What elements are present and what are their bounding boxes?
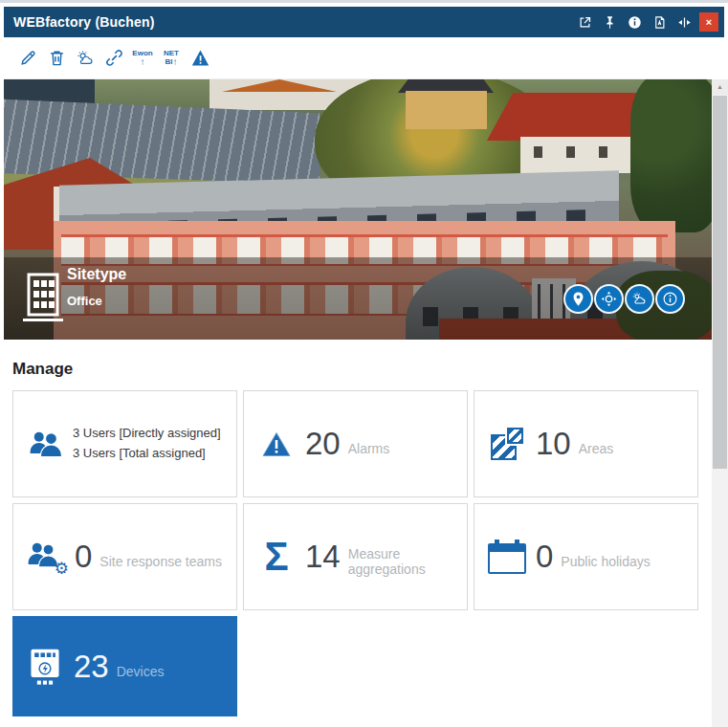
scrollbar-thumb[interactable] xyxy=(713,96,727,469)
info-icon[interactable] xyxy=(625,12,644,32)
users-icon xyxy=(25,430,67,458)
open-external-icon[interactable] xyxy=(575,12,594,32)
pin-icon[interactable] xyxy=(600,12,619,32)
measure-aggregations-count: 14 xyxy=(305,539,341,575)
location-button[interactable] xyxy=(563,284,593,314)
scroll-up-arrow-icon[interactable]: ▲ xyxy=(712,79,728,95)
link-button[interactable] xyxy=(99,42,128,75)
info-button-overlay[interactable] xyxy=(655,284,685,314)
close-button[interactable]: × xyxy=(699,12,718,32)
site-response-teams-icon: ⚙ xyxy=(25,540,67,573)
manage-card-grid: 3 Users [Directly assigned] 3 Users [Tot… xyxy=(12,390,708,716)
vertical-scrollbar[interactable]: ▲ xyxy=(712,79,728,727)
devices-icon xyxy=(24,647,66,687)
alarms-card[interactable]: 20 Alarms xyxy=(243,390,468,497)
site-response-teams-card[interactable]: ⚙ 0 Site response teams xyxy=(12,503,237,610)
measure-aggregations-label: Measure aggregations xyxy=(348,546,467,577)
measure-aggregations-card[interactable]: Σ 14 Measure aggregations xyxy=(243,503,468,610)
target-button[interactable] xyxy=(594,284,624,314)
gear-icon: ⚙ xyxy=(55,561,69,577)
areas-count: 10 xyxy=(536,426,571,462)
alarm-icon xyxy=(255,431,298,457)
site-photo-image: Sitetype Office xyxy=(4,79,712,340)
devices-label: Devices xyxy=(117,664,165,679)
public-holidays-label: Public holidays xyxy=(561,554,650,569)
sitetype-value: Office xyxy=(67,294,102,308)
building-icon xyxy=(21,273,67,326)
edit-button[interactable] xyxy=(13,42,42,75)
delete-button[interactable] xyxy=(42,42,71,75)
manage-section: Manage 3 Users [Directly assigned] 3 Use… xyxy=(4,340,708,727)
toolbar: Ewon ↑ NET BI↑ xyxy=(4,37,708,79)
sigma-icon: Σ xyxy=(255,537,298,577)
users-total-assigned: 3 Users [Total assigned] xyxy=(73,444,221,464)
photo-house xyxy=(520,137,635,173)
users-card[interactable]: 3 Users [Directly assigned] 3 Users [Tot… xyxy=(12,390,237,497)
calendar-icon xyxy=(486,540,528,574)
titlebar[interactable]: WEBfactory (Buchen) × xyxy=(4,7,724,37)
users-card-text: 3 Users [Directly assigned] 3 Users [Tot… xyxy=(73,424,221,464)
webfactory-dialog: WEBfactory (Buchen) × xyxy=(0,0,728,727)
netbi-upload-button[interactable]: NET BI↑ xyxy=(157,42,186,75)
weather-button-overlay[interactable] xyxy=(625,284,654,314)
devices-card-selected[interactable]: 23 Devices xyxy=(12,616,237,716)
site-response-teams-label: Site response teams xyxy=(99,554,222,569)
public-holidays-count: 0 xyxy=(536,539,553,575)
photo-trees xyxy=(630,79,712,232)
users-directly-assigned: 3 Users [Directly assigned] xyxy=(73,424,221,444)
sitetype-title: Sitetype xyxy=(67,266,126,283)
export-pdf-icon[interactable] xyxy=(650,12,669,32)
public-holidays-card[interactable]: 0 Public holidays xyxy=(474,503,698,610)
site-response-teams-count: 0 xyxy=(75,539,92,575)
alarms-label: Alarms xyxy=(348,441,390,456)
alarms-count: 20 xyxy=(305,426,341,462)
areas-card[interactable]: 10 Areas xyxy=(474,390,698,497)
manage-heading: Manage xyxy=(12,360,708,379)
areas-icon xyxy=(486,428,528,460)
ewon-up-arrow-icon: ↑ xyxy=(141,57,145,66)
warning-button[interactable] xyxy=(186,42,214,75)
devices-count: 23 xyxy=(74,649,109,685)
areas-label: Areas xyxy=(579,441,614,456)
titlebar-controls: × xyxy=(575,12,718,32)
resize-horizontal-icon[interactable] xyxy=(674,12,694,32)
weather-button[interactable] xyxy=(71,42,99,75)
netbi-label-bottom: BI xyxy=(165,58,173,66)
netbi-up-arrow-icon: ↑ xyxy=(173,57,178,66)
photo-overlay: Sitetype Office xyxy=(4,257,712,340)
close-glyph: × xyxy=(706,16,712,28)
ewon-upload-button[interactable]: Ewon ↑ xyxy=(128,42,157,75)
window-title: WEBfactory (Buchen) xyxy=(13,14,155,30)
photo-house xyxy=(406,91,487,129)
